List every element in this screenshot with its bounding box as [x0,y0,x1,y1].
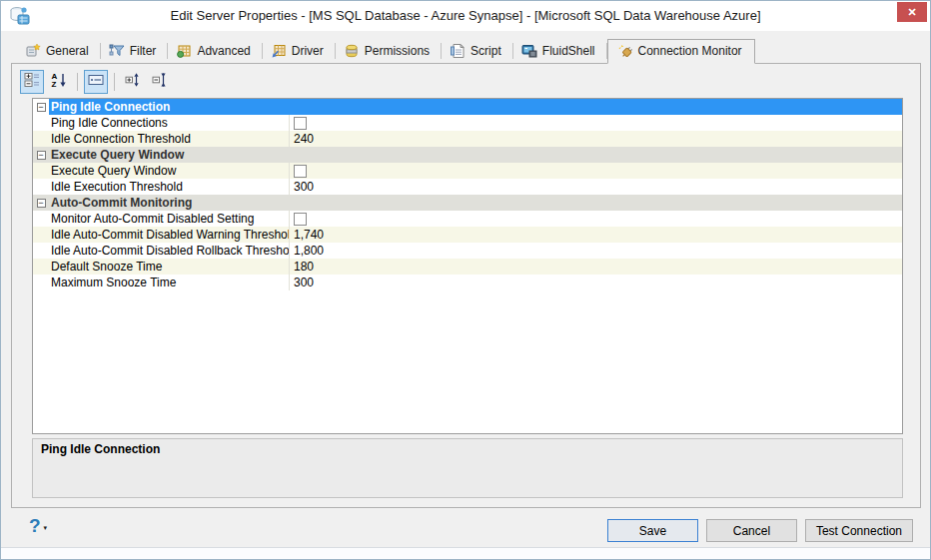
help-icon: ? [29,516,41,536]
property-label: Idle Auto-Commit Disabled Rollback Thres… [33,243,290,259]
property-label: Ping Idle Connections [33,115,290,131]
tab-general[interactable]: General [17,39,101,63]
title-bar: Edit Server Properties - [MS SQL Databas… [1,1,930,31]
window-title: Edit Server Properties - [MS SQL Databas… [1,8,930,23]
test-connection-button[interactable]: Test Connection [805,519,913,542]
tab-fluidshell[interactable]: FluidShell [513,39,607,63]
tab-script[interactable]: Script [442,39,513,63]
property-label: Execute Query Window [33,163,290,179]
close-button[interactable]: ✕ [897,2,927,22]
value-text[interactable]: 180 [294,259,314,275]
category-row-auto-commit-monitoring[interactable]: −Auto-Commit Monitoring [33,195,902,211]
tab-label: Filter [130,44,157,58]
property-row-idle-execution-threshold[interactable]: Idle Execution Threshold300 [33,179,902,195]
collapse-toggle-icon[interactable]: − [37,103,46,112]
property-row-idle-auto-commit-disabled-rollback-threshold[interactable]: Idle Auto-Commit Disabled Rollback Thres… [33,243,902,259]
tab-filter[interactable]: Filter [101,39,169,63]
desc-toggle-icon [88,72,104,92]
chevron-down-icon: ▾ [44,524,48,532]
property-row-idle-connection-threshold[interactable]: Idle Connection Threshold240 [33,131,902,147]
collapse-all-button[interactable] [148,70,172,94]
property-value [290,115,902,131]
property-grid-toolbar: AZ [20,70,172,94]
property-grid: −Ping Idle ConnectionPing Idle Connectio… [32,98,903,434]
button-row: SaveCancelTest Connection [607,519,913,542]
toolbar-separator [114,73,115,91]
cancel-button[interactable]: Cancel [706,519,797,542]
property-value [290,211,902,227]
tab-label: Connection Monitor [638,44,742,58]
value-text[interactable]: 240 [294,131,314,147]
property-value: 300 [290,179,902,195]
connection-monitor-tab-page: AZ −Ping Idle ConnectionPing Idle Connec… [11,63,921,508]
property-value: 1,740 [290,227,902,243]
tab-label: Script [470,44,501,58]
collapse-all-icon [152,72,168,92]
filter-icon [109,43,125,59]
property-value: 240 [290,131,902,147]
category-row-execute-query-window[interactable]: −Execute Query Window [33,147,902,163]
category-row-ping-idle-connection[interactable]: −Ping Idle Connection [33,99,902,115]
collapse-toggle-icon[interactable]: − [37,199,46,208]
category-label: Ping Idle Connection [49,99,902,115]
expand-all-button[interactable] [121,70,145,94]
driver-icon [271,43,287,59]
checkbox[interactable] [294,213,307,226]
edit-server-properties-dialog: Edit Server Properties - [MS SQL Databas… [0,0,931,560]
tab-strip: GeneralFilterAdvancedDriverPermissionsSc… [11,39,921,63]
tab-driver[interactable]: Driver [263,39,336,63]
show-description-button[interactable] [84,70,108,94]
footer-bar: ? ▾ SaveCancelTest Connection [1,508,930,547]
value-text[interactable]: 1,740 [294,227,324,243]
property-value: 1,800 [290,243,902,259]
property-label: Idle Connection Threshold [33,131,290,147]
category-strip: − [33,99,49,115]
property-row-maximum-snooze-time[interactable]: Maximum Snooze Time300 [33,275,902,290]
tab-label: General [46,44,89,58]
property-row-monitor-auto-commit-disabled-setting[interactable]: Monitor Auto-Commit Disabled Setting [33,211,902,227]
expand-all-icon [125,72,141,92]
property-label: Idle Auto-Commit Disabled Warning Thresh… [33,227,290,243]
svg-text:Z: Z [52,80,57,88]
fluidshell-icon [521,43,537,59]
property-label: Maximum Snooze Time [33,275,290,290]
property-row-ping-idle-connections[interactable]: Ping Idle Connections [33,115,902,131]
tab-advanced[interactable]: Advanced [168,39,262,63]
checkbox[interactable] [294,165,307,178]
property-value: 180 [290,259,902,275]
alphabetical-sort-button[interactable]: AZ [47,70,71,94]
tab-label: FluidShell [542,44,595,58]
categorized-view-button[interactable] [20,70,44,94]
collapse-toggle-icon[interactable]: − [37,151,46,160]
category-label: Execute Query Window [49,147,902,163]
category-strip: − [33,147,49,163]
description-panel: Ping Idle Connection [32,438,903,498]
category-strip: − [33,195,49,211]
category-label: Auto-Commit Monitoring [49,195,902,211]
connection-monitor-icon [617,43,633,59]
help-menu[interactable]: ? ▾ [29,516,47,536]
checkbox[interactable] [294,117,307,130]
property-label: Default Snooze Time [33,259,290,275]
permissions-icon [344,43,360,59]
property-row-default-snooze-time[interactable]: Default Snooze Time180 [33,259,902,275]
property-row-execute-query-window[interactable]: Execute Query Window [33,163,902,179]
property-label: Idle Execution Threshold [33,179,290,195]
tab-connection-monitor[interactable]: Connection Monitor [607,39,755,64]
save-button[interactable]: Save [607,519,698,542]
value-text[interactable]: 300 [294,179,314,195]
az-sort-icon: AZ [51,72,67,92]
tab-label: Permissions [365,44,430,58]
property-value [290,163,902,179]
value-text[interactable]: 300 [294,275,314,290]
categorized-icon [24,72,40,92]
property-row-idle-auto-commit-disabled-warning-threshold[interactable]: Idle Auto-Commit Disabled Warning Thresh… [33,227,902,243]
value-text[interactable]: 1,800 [294,243,324,259]
tab-permissions[interactable]: Permissions [336,39,442,63]
general-icon [25,43,41,59]
property-value: 300 [290,275,902,290]
tab-label: Advanced [197,44,250,58]
script-icon [450,43,466,59]
tab-label: Driver [292,44,324,58]
toolbar-separator [77,73,78,91]
